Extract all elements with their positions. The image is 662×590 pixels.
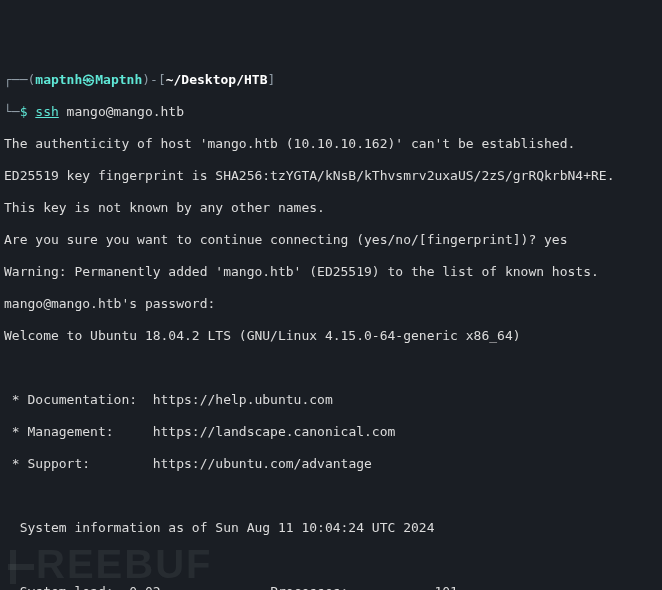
ssh-output-line: This key is not known by any other names… xyxy=(4,200,658,216)
prompt-dollar: $ xyxy=(20,104,36,119)
ssh-command: ssh xyxy=(35,104,58,119)
ssh-output-line: ED25519 key fingerprint is SHA256:tzYGTA… xyxy=(4,168,658,184)
motd-management: * Management: https://landscape.canonica… xyxy=(4,424,658,440)
motd-doc-label: * Documentation: xyxy=(4,392,153,407)
ssh-output-line: Warning: Permanently added 'mango.htb' (… xyxy=(4,264,658,280)
motd-support: * Support: https://ubuntu.com/advantage xyxy=(4,456,658,472)
blank-line xyxy=(4,488,658,504)
prompt-arrow: └─ xyxy=(4,104,20,119)
prompt-line-1-top: ┌──(maptnh㉿Maptnh)-[~/Desktop/HTB] xyxy=(4,72,658,88)
ssh-args: mango@mango.htb xyxy=(59,104,184,119)
ssh-output-line: Are you sure you want to continue connec… xyxy=(4,232,658,248)
ssh-output-line: The authenticity of host 'mango.htb (10.… xyxy=(4,136,658,152)
motd-doc-url: https://help.ubuntu.com xyxy=(153,392,333,407)
blank-line xyxy=(4,360,658,376)
motd-sup-label: * Support: xyxy=(4,456,153,471)
motd-welcome: Welcome to Ubuntu 18.04.2 LTS (GNU/Linux… xyxy=(4,328,658,344)
sysinfo-line: System load: 0.02 Processes: 101 xyxy=(4,584,658,590)
motd-man-url: https://landscape.canonical.com xyxy=(153,424,396,439)
prompt-path: ~/Desktop/HTB xyxy=(166,72,268,87)
prompt-line-1-cmd[interactable]: └─$ ssh mango@mango.htb xyxy=(4,104,658,120)
motd-sup-url: https://ubuntu.com/advantage xyxy=(153,456,372,471)
prompt-user-host: maptnh㉿Maptnh xyxy=(35,72,142,87)
bracket-mid: )-[ xyxy=(142,72,165,87)
sysinfo-header: System information as of Sun Aug 11 10:0… xyxy=(4,520,658,536)
ssh-output-line: mango@mango.htb's password: xyxy=(4,296,658,312)
blank-line xyxy=(4,552,658,568)
bracket-open: ┌──( xyxy=(4,72,35,87)
bracket-close: ] xyxy=(267,72,275,87)
motd-man-label: * Management: xyxy=(4,424,153,439)
motd-doc: * Documentation: https://help.ubuntu.com xyxy=(4,392,658,408)
